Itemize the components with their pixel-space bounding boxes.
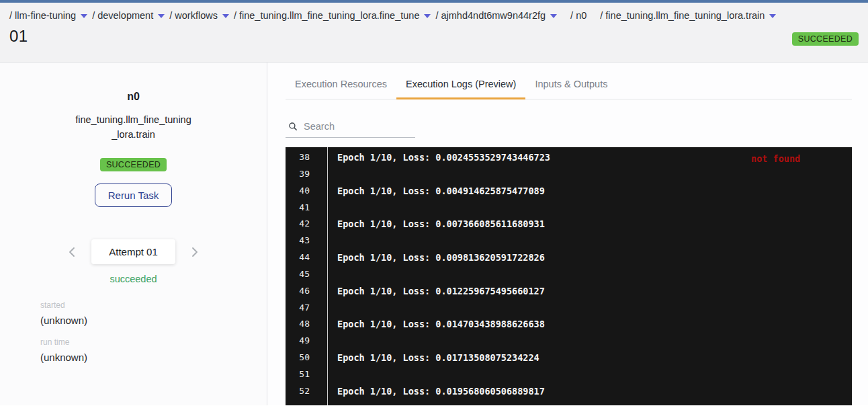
attempt-status: succeeded xyxy=(0,274,267,284)
breadcrumb-item[interactable]: / llm-fine-tuning xyxy=(9,10,87,21)
log-lines: not found Epoch 1/10, Loss: 0.0024553529… xyxy=(328,147,852,405)
chevron-left-icon xyxy=(69,247,75,257)
log-line: Epoch 1/10, Loss: 0.019568060506889817 xyxy=(337,383,852,400)
log-line xyxy=(337,266,852,283)
meta-field-value: (unknown) xyxy=(40,352,267,363)
log-line-number: 44 xyxy=(286,249,327,266)
execution-detail-panel: Execution ResourcesExecution Logs (Previ… xyxy=(267,63,868,405)
log-line-number: 47 xyxy=(286,300,327,317)
status-badge: SUCCEEDED xyxy=(792,32,859,46)
tabs-row: Execution ResourcesExecution Logs (Previ… xyxy=(286,71,852,99)
breadcrumb-item[interactable]: / ajmhd4ndt6mw9n44r2fg xyxy=(435,10,557,21)
content-area: n0 fine_tuning.llm_fine_tuning _lora.tra… xyxy=(0,63,868,405)
log-line-number: 52 xyxy=(286,383,327,400)
log-search xyxy=(286,121,415,138)
breadcrumb-label: / ajmhd4ndt6mw9n44r2fg xyxy=(435,10,546,21)
tab-inputs-outputs[interactable]: Inputs & Outputs xyxy=(525,71,617,99)
breadcrumb-item[interactable]: / n0 xyxy=(570,10,587,21)
task-name: fine_tuning.llm_fine_tuning _lora.train xyxy=(0,112,267,142)
log-line-number: 50 xyxy=(286,350,327,366)
log-line: Epoch 1/10, Loss: 0.007366085611680931 xyxy=(337,216,852,233)
breadcrumb-item[interactable]: / fine_tuning.llm_fine_tuning_lora.fine_… xyxy=(234,10,431,21)
node-id: n0 xyxy=(0,91,267,103)
attempt-navigation: Attempt 01 xyxy=(0,239,267,264)
previous-attempt-button[interactable] xyxy=(67,245,77,259)
breadcrumb-item[interactable]: / fine_tuning.llm_fine_tuning_lora.train xyxy=(600,10,776,21)
log-line-number: 48 xyxy=(286,316,327,333)
breadcrumb-label: / workflows xyxy=(169,10,218,21)
log-line xyxy=(337,166,852,183)
log-line-number: 39 xyxy=(286,166,327,183)
log-line xyxy=(337,300,852,317)
breadcrumb-label: / fine_tuning.llm_fine_tuning_lora.train xyxy=(600,10,765,21)
log-line-number: 38 xyxy=(286,149,327,166)
log-line-number: 40 xyxy=(286,183,327,200)
page-title: 01 xyxy=(9,27,859,46)
log-line-number: 45 xyxy=(286,266,327,283)
meta-field-value: (unknown) xyxy=(40,315,267,326)
breadcrumb-label: / n0 xyxy=(570,10,587,21)
attempt-label[interactable]: Attempt 01 xyxy=(91,239,175,264)
log-line-numbers: 383940414243444546474849505152 xyxy=(286,147,328,405)
breadcrumb: / llm-fine-tuning/ development/ workflow… xyxy=(9,3,859,21)
log-line-number: 41 xyxy=(286,200,327,216)
log-console[interactable]: 383940414243444546474849505152 not found… xyxy=(286,147,852,405)
dropdown-arrow-icon xyxy=(81,14,87,18)
page-header: / llm-fine-tuning/ development/ workflow… xyxy=(0,3,868,63)
breadcrumb-label: / development xyxy=(92,10,153,21)
breadcrumb-label: / fine_tuning.llm_fine_tuning_lora.fine_… xyxy=(234,10,420,21)
rerun-task-button[interactable]: Rerun Task xyxy=(95,184,173,207)
dropdown-arrow-icon xyxy=(769,14,776,18)
log-line: Epoch 1/10, Loss: 0.004914625875477089 xyxy=(337,183,852,200)
log-line: Epoch 1/10, Loss: 0.01713508075234224 xyxy=(337,350,852,366)
breadcrumb-item[interactable]: / workflows xyxy=(169,10,229,21)
log-line-number: 43 xyxy=(286,233,327,249)
task-detail-panel: n0 fine_tuning.llm_fine_tuning _lora.tra… xyxy=(0,63,267,405)
dropdown-arrow-icon xyxy=(424,14,431,18)
log-line xyxy=(337,233,852,249)
breadcrumb-item[interactable]: / development xyxy=(92,10,165,21)
log-line xyxy=(337,366,852,383)
log-line xyxy=(337,200,852,216)
log-line: Epoch 1/10, Loss: 0.012259675495660127 xyxy=(337,283,852,300)
log-line-number: 42 xyxy=(286,216,327,233)
chevron-right-icon xyxy=(191,247,198,257)
log-line-number: 51 xyxy=(286,366,327,383)
task-status-badge: SUCCEEDED xyxy=(100,158,167,171)
meta-field-label: run time xyxy=(40,337,267,347)
dropdown-arrow-icon xyxy=(550,14,557,18)
search-input[interactable] xyxy=(304,121,414,132)
log-line-number: 46 xyxy=(286,283,327,300)
tab-execution-resources[interactable]: Execution Resources xyxy=(286,71,396,99)
tab-execution-logs-preview[interactable]: Execution Logs (Preview) xyxy=(396,71,525,99)
dropdown-arrow-icon xyxy=(222,14,229,18)
breadcrumb-label: / llm-fine-tuning xyxy=(9,10,76,21)
meta-fields: started(unknown)run time(unknown) xyxy=(40,300,267,363)
dropdown-arrow-icon xyxy=(158,14,165,18)
log-line-number: 49 xyxy=(286,333,327,350)
log-line: Epoch 1/10, Loss: 0.009813620591722826 xyxy=(337,249,852,266)
next-attempt-button[interactable] xyxy=(190,245,200,259)
log-line xyxy=(337,333,852,350)
log-line: Epoch 1/10, Loss: 0.014703438988626638 xyxy=(337,316,852,333)
meta-field-label: started xyxy=(40,300,267,310)
search-icon xyxy=(288,121,298,132)
log-error-text: not found xyxy=(751,151,800,167)
